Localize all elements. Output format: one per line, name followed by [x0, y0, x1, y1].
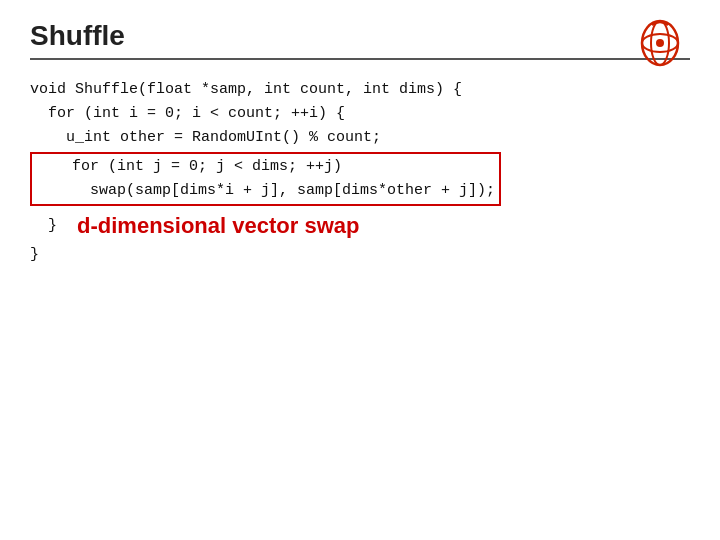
code-line-5: swap(samp[dims*i + j], samp[dims*other +… [36, 179, 495, 203]
highlighted-region: for (int j = 0; j < dims; ++j) swap(samp… [30, 152, 501, 206]
page-title: Shuffle [30, 20, 690, 52]
code-line-6-row: } d-dimensional vector swap [30, 208, 690, 243]
code-line-1: void Shuffle(float *samp, int count, int… [30, 78, 690, 102]
highlighted-box: for (int j = 0; j < dims; ++j) swap(samp… [30, 152, 501, 206]
code-line-7: } [30, 243, 690, 267]
svg-point-3 [656, 39, 664, 47]
code-block: void Shuffle(float *samp, int count, int… [30, 78, 690, 267]
code-line-6: } [30, 214, 57, 238]
logo [630, 15, 690, 75]
code-line-2: for (int i = 0; i < count; ++i) { [30, 102, 690, 126]
title-divider [30, 58, 690, 60]
code-line-3: u_int other = RandomUInt() % count; [30, 126, 690, 150]
annotation-label: d-dimensional vector swap [77, 208, 359, 243]
code-line-4: for (int j = 0; j < dims; ++j) [36, 155, 495, 179]
page: Shuffle void Shuffle(float *samp, int co… [0, 0, 720, 540]
